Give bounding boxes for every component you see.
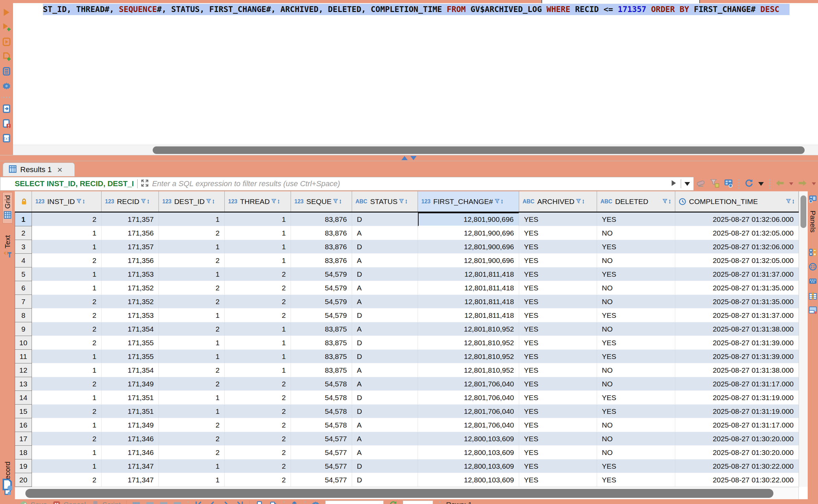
grid-cell-INST_ID[interactable]: 1 xyxy=(32,267,102,281)
grid-cell-THREAD[interactable]: 1 xyxy=(225,213,291,226)
grid-cell-FIRST_CHANGE#[interactable]: 12,801,706,040 xyxy=(418,391,519,405)
grid-cell-ARCHIVED[interactable]: YES xyxy=(519,322,597,336)
row-number[interactable]: 6 xyxy=(15,281,32,295)
row-number[interactable]: 7 xyxy=(15,295,32,309)
grid-cell-STATUS[interactable]: A xyxy=(352,432,418,446)
row-header-corner[interactable] xyxy=(15,191,32,212)
grid-cell-DELETED[interactable]: NO xyxy=(597,432,675,446)
save-check-button[interactable]: Save xyxy=(20,501,47,504)
grid-cell-STATUS[interactable]: D xyxy=(352,309,418,322)
column-header-DELETED[interactable]: ABCDELETED xyxy=(597,191,675,212)
grid-cell-RECID[interactable]: 171,353 xyxy=(102,267,159,281)
row-number[interactable]: 1 xyxy=(15,213,32,226)
grid-cell-DELETED[interactable]: YES xyxy=(597,405,675,418)
grid-cell-INST_ID[interactable]: 1 xyxy=(32,240,102,254)
grid-cell-DEST_ID[interactable]: 2 xyxy=(159,377,225,391)
grid-cell-SEQUE[interactable]: 54,577 xyxy=(291,459,352,473)
filter-funnel-icon[interactable] xyxy=(141,198,151,205)
grid-cell-COMPLETION_TIME[interactable]: 2025-08-27 01:30:22.000 xyxy=(675,473,799,487)
splitter-sash[interactable] xyxy=(0,155,818,161)
history-forward-button[interactable] xyxy=(798,179,807,189)
fetch-next-input[interactable] xyxy=(403,501,433,504)
grid-cell-THREAD[interactable]: 2 xyxy=(225,267,291,281)
grid-cell-RECID[interactable]: 171,351 xyxy=(102,391,159,405)
grid-cell-FIRST_CHANGE#[interactable]: 12,800,103,609 xyxy=(418,459,519,473)
nav-first-button[interactable] xyxy=(195,501,203,504)
sql-editor[interactable]: ST_ID, THREAD#, SEQUENCE#, STATUS, FIRST… xyxy=(13,3,818,155)
cancel-x-button[interactable]: Cancel xyxy=(52,501,86,504)
grid-cell-STATUS[interactable]: A xyxy=(352,446,418,459)
grid-cell-DELETED[interactable]: NO xyxy=(597,281,675,295)
grid-cell-THREAD[interactable]: 2 xyxy=(225,418,291,432)
grid-cell-SEQUE[interactable]: 83,876 xyxy=(291,240,352,254)
grid-cell-FIRST_CHANGE#[interactable]: 12,801,900,696 xyxy=(418,226,519,240)
close-icon[interactable]: × xyxy=(57,165,62,174)
grid-cell-FIRST_CHANGE#[interactable]: 12,800,103,609 xyxy=(418,446,519,459)
scrollbar-thumb[interactable] xyxy=(153,146,805,154)
grid-cell-COMPLETION_TIME[interactable]: 2025-08-27 01:32:05.000 xyxy=(675,226,799,240)
grid-cell-RECID[interactable]: 171,351 xyxy=(102,405,159,418)
presentation-tab-grid[interactable]: Grid xyxy=(2,192,13,224)
row-number[interactable]: 3 xyxy=(15,240,32,254)
grid-cell-ARCHIVED[interactable]: YES xyxy=(519,254,597,267)
grid-cell-COMPLETION_TIME[interactable]: 2025-08-27 01:31:37.000 xyxy=(675,267,799,281)
grouping-panel-button[interactable] xyxy=(809,291,817,301)
grid-cell-DELETED[interactable]: YES xyxy=(597,391,675,405)
grid-cell-STATUS[interactable]: D xyxy=(352,405,418,418)
grid-cell-THREAD[interactable]: 2 xyxy=(225,459,291,473)
grid-cell-DEST_ID[interactable]: 2 xyxy=(159,418,225,432)
grid-cell-DEST_ID[interactable]: 1 xyxy=(159,350,225,363)
grid-cell-COMPLETION_TIME[interactable]: 2025-08-27 01:30:20.000 xyxy=(675,432,799,446)
grid-cell-FIRST_CHANGE#[interactable]: 12,801,706,040 xyxy=(418,405,519,418)
grid-cell-THREAD[interactable]: 1 xyxy=(225,226,291,240)
grid-cell-SEQUE[interactable]: 54,579 xyxy=(291,267,352,281)
grid-cell-STATUS[interactable]: D xyxy=(352,350,418,363)
filter-funnel-icon[interactable] xyxy=(77,198,87,205)
row-number[interactable]: 18 xyxy=(15,446,32,459)
grid-cell-FIRST_CHANGE#[interactable]: 12,801,810,952 xyxy=(418,322,519,336)
grid-cell-DELETED[interactable]: NO xyxy=(597,254,675,267)
grid-cell-INST_ID[interactable]: 2 xyxy=(32,213,102,226)
grid-cell-THREAD[interactable]: 2 xyxy=(225,432,291,446)
grid-cell-DEST_ID[interactable]: 2 xyxy=(159,226,225,240)
row-number[interactable]: 15 xyxy=(15,405,32,418)
grid-cell-SEQUE[interactable]: 54,577 xyxy=(291,473,352,487)
grid-cell-STATUS[interactable]: A xyxy=(352,254,418,267)
table-edit-a-button[interactable] xyxy=(132,501,140,504)
grid-cell-STATUS[interactable]: A xyxy=(352,226,418,240)
grid-cell-STATUS[interactable]: A xyxy=(352,322,418,336)
grid-cell-RECID[interactable]: 171,357 xyxy=(102,213,159,226)
grid-cell-THREAD[interactable]: 2 xyxy=(225,473,291,487)
grid-cell-DEST_ID[interactable]: 1 xyxy=(159,240,225,254)
grid-cell-INST_ID[interactable]: 1 xyxy=(32,446,102,459)
grid-cell-DELETED[interactable]: NO xyxy=(597,363,675,377)
grid-cell-DEST_ID[interactable]: 2 xyxy=(159,281,225,295)
grid-cell-THREAD[interactable]: 1 xyxy=(225,254,291,267)
grid-cell-FIRST_CHANGE#[interactable]: 12,801,811,418 xyxy=(418,267,519,281)
grid-cell-SEQUE[interactable]: 54,579 xyxy=(291,295,352,309)
fetch-up-button[interactable] xyxy=(290,501,299,504)
grid-cell-RECID[interactable]: 171,354 xyxy=(102,363,159,377)
grid-cell-ARCHIVED[interactable]: YES xyxy=(519,350,597,363)
grid-cell-SEQUE[interactable]: 54,577 xyxy=(291,432,352,446)
grid-cell-INST_ID[interactable]: 2 xyxy=(32,432,102,446)
row-number[interactable]: 12 xyxy=(15,363,32,377)
grid-cell-STATUS[interactable]: A xyxy=(352,418,418,432)
grid-cell-DELETED[interactable]: NO xyxy=(597,446,675,459)
grid-cell-COMPLETION_TIME[interactable]: 2025-08-27 01:32:06.000 xyxy=(675,213,799,226)
editor-horizontal-scrollbar[interactable] xyxy=(13,145,818,155)
grid-cell-COMPLETION_TIME[interactable]: 2025-08-27 01:31:39.000 xyxy=(675,350,799,363)
grid-cell-SEQUE[interactable]: 54,579 xyxy=(291,281,352,295)
panel-config-button[interactable] xyxy=(809,195,817,204)
grid-cell-FIRST_CHANGE#[interactable]: 12,801,811,418 xyxy=(418,295,519,309)
grid-cell-ARCHIVED[interactable]: YES xyxy=(519,377,597,391)
row-number[interactable]: 19 xyxy=(15,459,32,473)
grid-cell-STATUS[interactable]: D xyxy=(352,213,418,226)
grid-cell-COMPLETION_TIME[interactable]: 2025-08-27 01:31:19.000 xyxy=(675,391,799,405)
grid-cell-RECID[interactable]: 171,347 xyxy=(102,473,159,487)
grid-cell-SEQUE[interactable]: 83,875 xyxy=(291,322,352,336)
row-number[interactable]: 5 xyxy=(15,267,32,281)
grid-cell-SEQUE[interactable]: 54,577 xyxy=(291,446,352,459)
filter-expression-input[interactable]: SELECT INST_ID, RECID, DEST_I Enter a SQ… xyxy=(0,177,694,191)
grid-cell-DEST_ID[interactable]: 2 xyxy=(159,295,225,309)
